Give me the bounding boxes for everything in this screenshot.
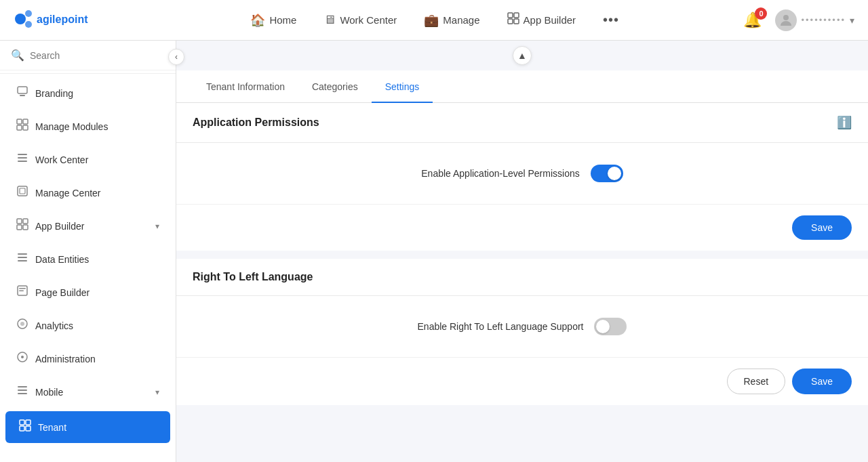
mobile-chevron-down-icon: ▾ (155, 387, 159, 397)
notification-badge: 0 (755, 7, 767, 20)
username-label: •••••••••• (801, 15, 846, 25)
svg-rect-22 (17, 225, 22, 230)
tab-tenant-information[interactable]: Tenant Information (193, 70, 298, 103)
more-icon: ••• (603, 12, 619, 28)
app-builder-chevron-down-icon: ▾ (155, 222, 159, 231)
nav-home[interactable]: 🏠 Home (239, 7, 307, 33)
svg-rect-11 (17, 119, 22, 124)
save-button-rtl[interactable]: Save (792, 369, 852, 394)
sidebar-item-analytics[interactable]: Analytics (3, 310, 173, 341)
sidebar-label-manage-modules: Manage Modules (35, 121, 159, 132)
sidebar-item-work-center[interactable]: Work Center (3, 144, 173, 175)
save-row-app-permissions: Save (176, 204, 868, 251)
sidebar-item-manage-center[interactable]: Manage Center (3, 177, 173, 209)
tab-categories[interactable]: Categories (298, 70, 372, 103)
sidebar-item-mobile[interactable]: Mobile ▾ (3, 376, 173, 408)
section-rtl-language: Right To Left Language Enable Right To L… (176, 259, 868, 405)
section-title-rtl-language: Right To Left Language (193, 271, 313, 283)
sidebar-item-page-builder[interactable]: Page Builder (3, 276, 173, 308)
tabs-bar: Tenant Information Categories Settings (176, 70, 868, 103)
scroll-up-button[interactable]: ▲ (513, 46, 532, 65)
reset-button-rtl[interactable]: Reset (727, 369, 786, 394)
toggle-enable-rtl[interactable] (594, 318, 627, 335)
notification-button[interactable]: 🔔 0 (741, 9, 764, 32)
svg-rect-36 (18, 393, 27, 394)
svg-point-0 (15, 14, 26, 24)
svg-rect-28 (19, 288, 26, 289)
work-center-icon (16, 152, 28, 167)
tab-tenant-information-label: Tenant Information (206, 81, 285, 92)
logo[interactable]: agilepoint (14, 7, 102, 34)
save-button-app-permissions[interactable]: Save (792, 215, 852, 240)
appbuilder-icon (507, 12, 519, 28)
nav-more[interactable]: ••• (592, 7, 630, 33)
search-input[interactable] (30, 50, 165, 61)
top-navigation: agilepoint 🏠 Home 🖥 Work Center 💼 Manage (0, 0, 868, 41)
nav-links: 🏠 Home 🖥 Work Center 💼 Manage App Builde… (129, 7, 741, 33)
manage-center-icon (16, 185, 28, 201)
sidebar-label-page-builder: Page Builder (35, 287, 159, 298)
svg-rect-6 (508, 19, 513, 24)
section-header-application-permissions: Application Permissions ℹ️ (176, 103, 868, 143)
toggle-track-rtl (594, 318, 627, 335)
section-body-rtl-language: Enable Right To Left Language Support (176, 296, 868, 357)
sidebar-collapse-button[interactable]: ‹ (168, 49, 184, 65)
manage-modules-icon (16, 119, 28, 134)
sidebar-label-data-entities: Data Entities (35, 254, 159, 265)
section-body-application-permissions: Enable Application-Level Permissions (176, 143, 868, 204)
nav-workcenter[interactable]: 🖥 Work Center (313, 7, 408, 33)
analytics-icon (16, 318, 28, 333)
nav-home-label: Home (269, 14, 296, 26)
info-icon-application-permissions[interactable]: ℹ️ (837, 115, 852, 130)
svg-rect-37 (20, 420, 24, 425)
svg-rect-34 (18, 386, 27, 387)
toggle-row-rtl: Enable Right To Left Language Support (418, 318, 627, 335)
svg-rect-21 (23, 219, 28, 224)
sidebar-label-analytics: Analytics (35, 320, 159, 331)
app-builder-icon (16, 218, 28, 234)
sidebar-item-manage-modules[interactable]: Manage Modules (3, 110, 173, 142)
sidebar-item-data-entities[interactable]: Data Entities (3, 243, 173, 275)
svg-rect-14 (23, 125, 28, 130)
toggle-track-app-permissions (591, 165, 623, 182)
svg-point-8 (783, 15, 789, 20)
svg-rect-16 (18, 157, 27, 159)
nav-manage[interactable]: 💼 Manage (413, 7, 490, 33)
sidebar-item-administration[interactable]: Administration (3, 343, 173, 375)
svg-rect-13 (17, 125, 22, 130)
svg-rect-35 (18, 390, 27, 391)
svg-rect-15 (18, 154, 27, 155)
tab-categories-label: Categories (312, 81, 358, 92)
data-entities-icon (16, 251, 28, 267)
nav-appbuilder[interactable]: App Builder (496, 7, 587, 33)
main-area: 🔍 Branding Manage Modules Work Center (0, 41, 868, 462)
nav-manage-label: Manage (443, 14, 479, 26)
toggle-row-app-permissions: Enable Application-Level Permissions (421, 165, 623, 182)
sidebar-label-app-builder: App Builder (35, 221, 149, 232)
svg-rect-29 (19, 291, 24, 292)
sidebar-label-manage-center: Manage Center (35, 188, 159, 198)
section-header-rtl-language: Right To Left Language (176, 259, 868, 296)
nav-right: 🔔 0 •••••••••• ▾ (741, 9, 854, 32)
svg-rect-18 (18, 186, 27, 196)
svg-rect-19 (20, 188, 25, 194)
svg-rect-12 (23, 119, 28, 124)
sidebar-label-tenant: Tenant (38, 422, 157, 433)
user-menu[interactable]: •••••••••• ▾ (775, 9, 854, 31)
svg-rect-5 (514, 13, 519, 18)
section-application-permissions: Application Permissions ℹ️ Enable Applic… (176, 103, 868, 251)
mobile-icon (16, 384, 28, 400)
tab-settings[interactable]: Settings (372, 70, 433, 103)
svg-point-2 (25, 21, 32, 28)
sidebar-item-tenant[interactable]: Tenant (5, 411, 170, 443)
section-title-application-permissions: Application Permissions (193, 117, 319, 129)
svg-point-1 (25, 10, 32, 17)
search-box: 🔍 (0, 41, 176, 70)
svg-rect-9 (18, 87, 27, 93)
sidebar-item-app-builder[interactable]: App Builder ▾ (3, 210, 173, 242)
toggle-enable-app-permissions[interactable] (591, 165, 623, 182)
sidebar-label-work-center: Work Center (35, 154, 159, 165)
nav-workcenter-label: Work Center (340, 14, 397, 26)
sidebar-item-branding[interactable]: Branding (3, 77, 173, 109)
svg-rect-7 (514, 19, 519, 24)
